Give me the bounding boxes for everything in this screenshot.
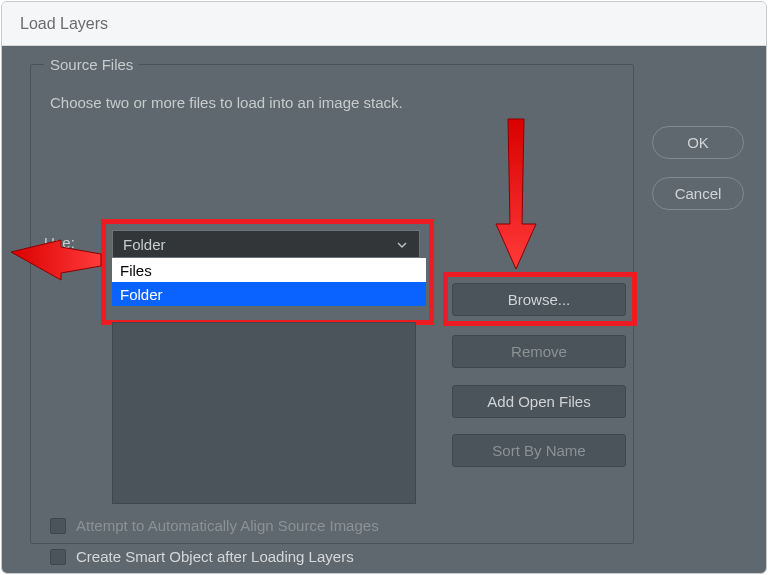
smart-object-checkbox-label: Create Smart Object after Loading Layers (76, 548, 354, 565)
ok-button[interactable]: OK (652, 126, 744, 159)
remove-button[interactable]: Remove (452, 335, 626, 368)
group-legend: Source Files (44, 56, 139, 73)
use-dropdown[interactable]: Folder (112, 230, 420, 258)
use-dropdown-value: Folder (123, 236, 166, 253)
option-folder[interactable]: Folder (112, 282, 426, 306)
sort-by-name-button[interactable]: Sort By Name (452, 434, 626, 467)
smart-object-checkbox-row: Create Smart Object after Loading Layers (50, 548, 354, 565)
instruction-text: Choose two or more files to load into an… (50, 94, 403, 111)
use-dropdown-list: Files Folder (112, 258, 426, 306)
add-open-files-button[interactable]: Add Open Files (452, 385, 626, 418)
cancel-button[interactable]: Cancel (652, 177, 744, 210)
file-listbox[interactable] (112, 322, 416, 504)
browse-button[interactable]: Browse... (452, 283, 626, 316)
load-layers-dialog: Load Layers Source Files Choose two or m… (1, 1, 767, 574)
option-files[interactable]: Files (112, 258, 426, 282)
window-title: Load Layers (20, 15, 108, 33)
dialog-body: Source Files Choose two or more files to… (2, 46, 766, 573)
align-checkbox[interactable] (50, 518, 66, 534)
use-label: Use: (44, 234, 75, 251)
align-checkbox-row: Attempt to Automatically Align Source Im… (50, 517, 379, 534)
use-dropdown-container: Folder Files Folder (112, 230, 428, 306)
align-checkbox-label: Attempt to Automatically Align Source Im… (76, 517, 379, 534)
chevron-down-icon (395, 238, 409, 255)
smart-object-checkbox[interactable] (50, 549, 66, 565)
title-bar: Load Layers (2, 2, 766, 46)
